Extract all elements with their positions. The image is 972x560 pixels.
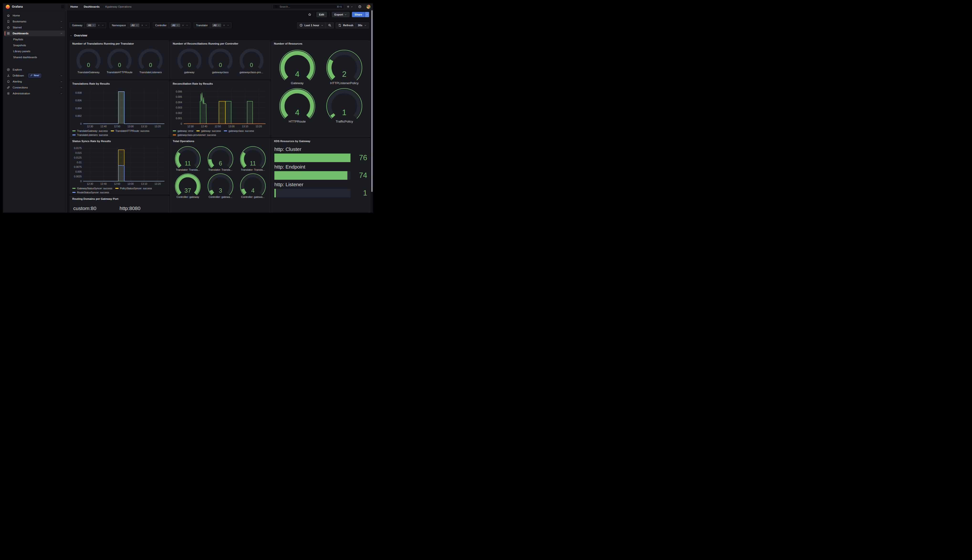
panel-title[interactable]: Translations Rate by Results	[70, 81, 169, 87]
help-icon	[358, 5, 361, 8]
sidebar-item-administration[interactable]: Administration	[5, 91, 65, 96]
edit-button[interactable]: Edit	[316, 12, 327, 17]
panel-title[interactable]: Status Syncs Rate by Results	[70, 138, 169, 144]
breadcrumb-separator-icon	[80, 5, 82, 8]
grafana-logo-icon[interactable]	[6, 5, 10, 9]
legend-item[interactable]: TranslateHTTPRoute: success	[111, 130, 150, 132]
sidebar-item-snapshots[interactable]: Snapshots	[5, 42, 65, 48]
sidebar-item-connections[interactable]: Connections	[5, 85, 65, 90]
sidebar-item-drilldown[interactable]: DrilldownNew!	[5, 73, 65, 78]
remove-value-icon[interactable]	[136, 24, 138, 27]
variable-chip-controller[interactable]: ControllerAll	[153, 22, 190, 28]
variable-chip-gateway[interactable]: GatewayAll	[70, 22, 106, 28]
panel-title[interactable]: Reconciliation Rate by Results	[170, 81, 270, 87]
svg-text:0.002: 0.002	[75, 115, 82, 117]
gauge-label: Controller: gatewa...	[209, 195, 232, 198]
clear-icon[interactable]	[98, 24, 100, 27]
favorite-star-icon[interactable]	[308, 13, 311, 16]
variable-value-tag[interactable]: All	[171, 23, 180, 27]
clock-icon	[299, 23, 303, 27]
legend-label: gatewayclass: success	[229, 130, 254, 132]
variable-chip-namespace[interactable]: NamespaceAll	[110, 22, 150, 28]
chevron-down-icon[interactable]	[145, 24, 147, 27]
legend-item[interactable]: PolicyStatusSyncer: success	[115, 187, 152, 190]
panel-title[interactable]: Number of Translations Running per Trans…	[70, 41, 169, 47]
panel-title[interactable]: Routing Domains per Gateway Port	[70, 196, 169, 202]
refresh-button[interactable]: Refresh	[336, 23, 356, 28]
gauge: 6	[205, 146, 235, 168]
refresh-interval-picker[interactable]: 30s	[356, 23, 369, 28]
variable-chip-translator[interactable]: TranslatorAll	[194, 22, 231, 28]
legend-item[interactable]: gatewayclass: success	[224, 130, 254, 132]
add-button[interactable]	[346, 5, 353, 8]
sidebar-item-dashboards[interactable]: Dashboards	[5, 30, 65, 36]
panel-title[interactable]: Total Operations	[170, 138, 270, 144]
legend-item[interactable]: GatewayStatusSyncer: success	[72, 187, 112, 190]
panel-status-syncs-rate: Status Syncs Rate by Results 00.00250.00…	[70, 138, 169, 195]
export-button[interactable]: Export	[332, 12, 349, 17]
gauge-translatelisteners: 0TranslateListeners	[135, 48, 166, 74]
svg-text:12:40: 12:40	[201, 125, 207, 128]
legend-item[interactable]: TranslateGateway: success	[72, 130, 108, 132]
legend-item[interactable]: gateway: error	[173, 130, 194, 132]
scrollbar-thumb[interactable]	[371, 10, 372, 192]
variable-value-tag[interactable]: All	[212, 23, 221, 27]
bar-value: 1	[353, 189, 367, 197]
sidebar-item-home[interactable]: Home	[5, 13, 65, 18]
sidebar-item-explore[interactable]: Explore	[5, 67, 65, 72]
remove-value-icon[interactable]	[217, 24, 220, 27]
sidebar-item-bookmarks[interactable]: Bookmarks	[5, 18, 65, 24]
clear-icon[interactable]	[182, 24, 184, 27]
variable-value-tag[interactable]: All	[130, 23, 139, 27]
variable-value-tag[interactable]: All	[87, 23, 96, 27]
sidebar-toggle-icon[interactable]	[61, 5, 64, 8]
legend-label: TranslateListeners: success	[77, 133, 108, 137]
bar-fill	[274, 189, 276, 197]
sidebar-item-shared-dashboards[interactable]: Shared dashboards	[5, 54, 65, 60]
sidebar-item-label: Drilldown	[13, 74, 24, 77]
gauge-label: TranslateGateway	[78, 71, 100, 74]
topbar-left: Grafana	[3, 3, 67, 10]
clear-icon[interactable]	[223, 24, 225, 27]
legend-item[interactable]: gatewayclass-provisioner: success	[173, 133, 216, 137]
bar-row-http-cluster: http: Cluster76	[274, 147, 367, 162]
remove-value-icon[interactable]	[177, 24, 179, 27]
sidebar-item-playlists[interactable]: Playlists	[5, 37, 65, 42]
avatar[interactable]	[366, 5, 371, 9]
legend-item[interactable]: RouteStatusSyncer: success	[72, 191, 109, 194]
chevron-down-icon[interactable]	[102, 24, 104, 27]
legend-item[interactable]: gateway: success	[196, 130, 221, 132]
scrollbar[interactable]	[371, 10, 373, 213]
breadcrumb-dashboards[interactable]: Dashboards	[84, 5, 100, 8]
gauge-gateway: 0gateway	[174, 48, 205, 74]
help-button[interactable]	[358, 5, 361, 8]
panel-title[interactable]: Number of Reconciliations Running per Co…	[170, 41, 270, 47]
share-menu-button[interactable]	[365, 12, 369, 17]
sidebar-item-label: Connections	[13, 86, 28, 89]
share-button[interactable]: Share	[352, 12, 365, 17]
bar-label: http: Cluster	[274, 147, 367, 152]
breadcrumb-home[interactable]: Home	[70, 5, 78, 8]
remove-value-icon[interactable]	[92, 24, 95, 27]
legend-label: TranslateHTTPRoute: success	[115, 130, 150, 132]
sidebar-item-alerting[interactable]: Alerting	[5, 79, 65, 84]
legend-item[interactable]: TranslateListeners: success	[72, 133, 108, 137]
sidebar-item-starred[interactable]: Starred	[5, 25, 65, 30]
panel-title[interactable]: XDS Resources by Gateway	[272, 138, 370, 144]
variable-label: Controller	[153, 23, 169, 28]
panel-title[interactable]: Number of Resources	[272, 41, 370, 47]
row-overview-toggle[interactable]: Overview	[70, 33, 87, 38]
rocket-icon	[30, 74, 33, 77]
clear-icon[interactable]	[141, 24, 144, 27]
bar-value: 76	[353, 153, 367, 162]
sidebar-item-library-panels[interactable]: Library panels	[5, 48, 65, 54]
chevron-down-icon[interactable]	[186, 24, 188, 27]
zoom-out-button[interactable]	[326, 23, 334, 28]
gauge: 4	[276, 49, 319, 81]
drilldown-icon	[7, 74, 10, 77]
time-range-picker[interactable]: Last 1 hour	[297, 23, 326, 28]
stat-http-8080: http:8080	[120, 205, 166, 211]
chevron-down-icon[interactable]	[227, 24, 229, 27]
search-input[interactable]: Search... ⌘+k	[272, 4, 344, 9]
chevron-down-icon	[60, 86, 63, 89]
